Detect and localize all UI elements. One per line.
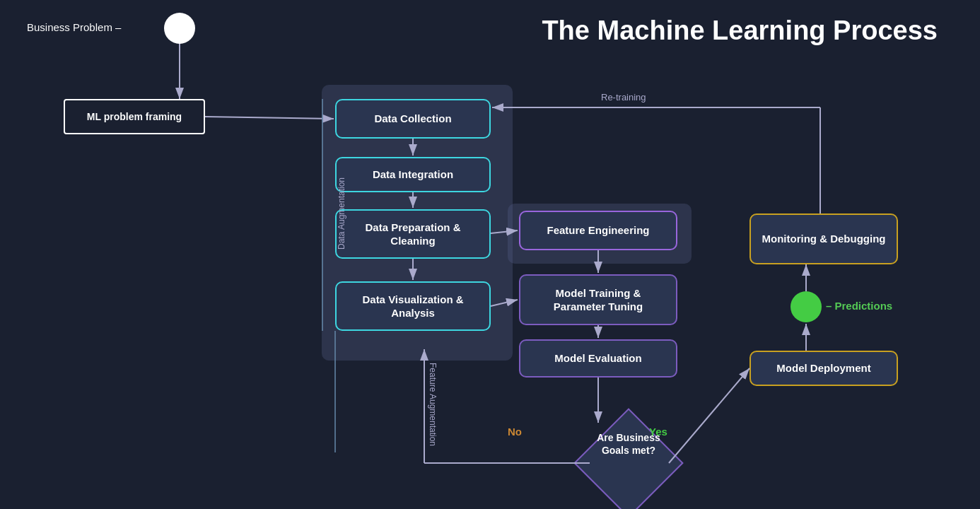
business-goals-diamond: [573, 408, 684, 509]
diagram-container: The Machine Learning Process Business Pr…: [0, 0, 980, 509]
model-evaluation-box: Model Evaluation: [519, 339, 677, 378]
business-problem-circle: [164, 13, 195, 44]
data-viz-analysis-box: Data Visualization & Analysis: [335, 281, 491, 331]
retraining-label: Re-training: [601, 92, 646, 103]
data-augmentation-label: Data Augmentation: [337, 177, 346, 250]
predictions-circle: [791, 291, 822, 322]
yes-label: Yes: [649, 426, 667, 438]
no-label: No: [508, 426, 522, 438]
monitoring-debugging-box: Monitoring & Debugging: [749, 213, 898, 264]
predictions-label: – Predictions: [826, 300, 892, 312]
data-prep-cleaning-box: Data Preparation & Cleaning: [335, 209, 491, 259]
svg-line-14: [669, 368, 749, 463]
data-integration-box: Data Integration: [335, 157, 491, 192]
feature-engineering-box: Feature Engineering: [519, 211, 677, 250]
data-collection-box: Data Collection: [335, 99, 491, 139]
ml-problem-framing-box: ML problem framing: [64, 99, 205, 134]
page-title: The Machine Learning Process: [542, 16, 938, 46]
svg-line-3: [205, 117, 334, 119]
model-training-box: Model Training & Parameter Tuning: [519, 274, 677, 325]
feature-augmentation-label: Feature Augmentation: [428, 363, 438, 446]
model-deployment-box: Model Deployment: [749, 351, 898, 386]
business-problem-label: Business Problem –: [27, 21, 121, 33]
